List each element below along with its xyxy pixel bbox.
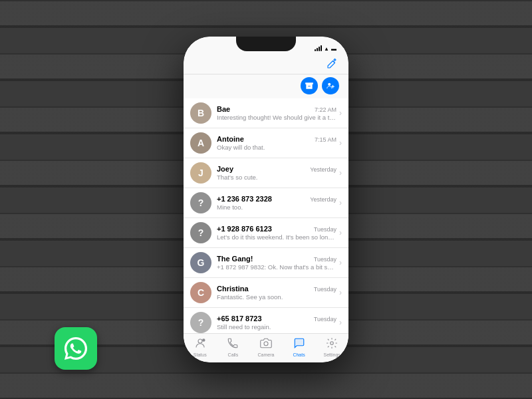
- chat-name: +1 928 876 6123: [217, 225, 272, 233]
- avatar: ?: [190, 192, 211, 213]
- wifi-icon: ▲: [324, 46, 329, 52]
- chat-name: Antoine: [217, 135, 244, 143]
- chat-top: Christina Tuesday: [217, 285, 336, 293]
- chat-time: 7:15 AM: [315, 136, 336, 143]
- compose-button[interactable]: [325, 57, 339, 71]
- whatsapp-app-icon[interactable]: [55, 327, 97, 370]
- calls-tab-icon: [227, 337, 239, 352]
- chat-content: Bae 7:22 AM Interesting thought! We shou…: [217, 105, 336, 121]
- chat-item[interactable]: ? +1 928 876 6123 Tuesday Let's do it th…: [184, 218, 348, 248]
- chevron-icon: ›: [339, 258, 342, 267]
- svg-point-1: [198, 339, 202, 343]
- chat-preview: That's so cute.: [217, 174, 336, 181]
- chat-content: Antoine 7:15 AM Okay will do that.: [217, 135, 336, 151]
- settings-tab-icon: [326, 337, 338, 352]
- tab-calls[interactable]: Calls: [217, 337, 250, 357]
- tab-chats[interactable]: Chats: [283, 337, 316, 357]
- chevron-icon: ›: [339, 138, 342, 148]
- archive-button[interactable]: [301, 77, 318, 94]
- chat-content: Christina Tuesday Fantastic. See ya soon…: [217, 285, 336, 301]
- avatar: ?: [190, 222, 211, 243]
- calls-tab-label: Calls: [228, 352, 239, 357]
- tab-status[interactable]: Status: [184, 337, 217, 357]
- chevron-icon: ›: [339, 288, 342, 297]
- chat-preview: Still need to regain.: [217, 323, 336, 331]
- chat-top: Joey Yesterday: [217, 165, 336, 173]
- chat-time: Yesterday: [310, 166, 336, 173]
- avatar: B: [190, 102, 211, 124]
- chat-time: Yesterday: [310, 196, 336, 203]
- chevron-icon: ›: [339, 228, 342, 237]
- chat-content: Joey Yesterday That's so cute.: [217, 165, 336, 181]
- chevron-icon: ›: [339, 168, 342, 178]
- new-group-button[interactable]: [322, 77, 339, 94]
- chat-preview: Let's do it this weekend. It's been so l…: [217, 233, 336, 241]
- status-tab-label: Status: [194, 352, 207, 357]
- chat-time: Tuesday: [314, 286, 336, 293]
- chat-preview: Mine too.: [217, 203, 336, 211]
- chat-name: Bae: [217, 105, 230, 113]
- avatar: C: [190, 282, 211, 303]
- chat-item[interactable]: B Bae 7:22 AM Interesting thought! We sh…: [184, 98, 348, 128]
- tab-bar: Status Calls Camera Chats Settings: [184, 333, 348, 362]
- screen: ▲ ▬: [184, 37, 348, 362]
- chat-time: Tuesday: [314, 226, 336, 233]
- chat-item[interactable]: C Christina Tuesday Fantastic. See ya so…: [184, 278, 348, 308]
- svg-point-0: [328, 83, 331, 86]
- svg-point-4: [331, 341, 334, 344]
- phone-shell: ▲ ▬: [184, 37, 348, 362]
- chat-name: Joey: [217, 165, 233, 173]
- battery-icon: ▬: [331, 46, 336, 52]
- chat-preview: +1 872 987 9832: Ok. Now that's a bit sh…: [217, 263, 336, 271]
- status-icons: ▲ ▬: [315, 46, 336, 52]
- chat-item[interactable]: ? +1 236 873 2328 Yesterday Mine too. ›: [184, 188, 348, 218]
- avatar: G: [190, 252, 211, 273]
- signal-icon: [315, 46, 322, 51]
- chat-time: Tuesday: [314, 316, 336, 323]
- chat-content: The Gang! Tuesday +1 872 987 9832: Ok. N…: [217, 255, 336, 271]
- nav-bar: [184, 55, 348, 74]
- avatar: J: [190, 162, 211, 184]
- settings-tab-label: Settings: [324, 352, 340, 357]
- chat-top: +65 817 8723 Tuesday: [217, 315, 336, 323]
- camera-tab-label: Camera: [258, 352, 275, 357]
- chat-top: Bae 7:22 AM: [217, 105, 336, 113]
- chats-tab-icon: [293, 337, 305, 352]
- chat-top: +1 928 876 6123 Tuesday: [217, 225, 336, 233]
- chat-content: +1 928 876 6123 Tuesday Let's do it this…: [217, 225, 336, 241]
- status-tab-icon: [194, 337, 206, 352]
- chats-header: [184, 74, 348, 98]
- tab-settings[interactable]: Settings: [315, 337, 348, 357]
- chat-name: Christina: [217, 285, 249, 293]
- notch: [236, 37, 296, 51]
- header-buttons: [301, 77, 339, 94]
- chats-tab-label: Chats: [293, 352, 305, 357]
- chat-content: +65 817 8723 Tuesday Still need to regai…: [217, 315, 336, 331]
- chat-content: +1 236 873 2328 Yesterday Mine too.: [217, 195, 336, 211]
- chat-item[interactable]: G The Gang! Tuesday +1 872 987 9832: Ok.…: [184, 248, 348, 278]
- chat-item[interactable]: A Antoine 7:15 AM Okay will do that. ›: [184, 128, 348, 158]
- chevron-icon: ›: [339, 318, 342, 327]
- chat-time: 7:22 AM: [315, 106, 336, 113]
- chat-name: The Gang!: [217, 255, 253, 263]
- chat-name: +1 236 873 2328: [217, 195, 272, 203]
- avatar: A: [190, 132, 211, 154]
- chat-list: B Bae 7:22 AM Interesting thought! We sh…: [184, 98, 348, 333]
- chat-top: Antoine 7:15 AM: [217, 135, 336, 143]
- avatar: ?: [190, 312, 211, 333]
- chat-name: +65 817 8723: [217, 315, 262, 323]
- chat-item[interactable]: J Joey Yesterday That's so cute. ›: [184, 158, 348, 188]
- chat-top: +1 236 873 2328 Yesterday: [217, 195, 336, 203]
- tab-camera[interactable]: Camera: [249, 337, 283, 357]
- camera-tab-icon: [260, 337, 272, 352]
- chevron-icon: ›: [339, 198, 342, 207]
- chat-time: Tuesday: [314, 256, 336, 263]
- chevron-icon: ›: [339, 108, 342, 118]
- chat-item[interactable]: ? +65 817 8723 Tuesday Still need to reg…: [184, 308, 348, 333]
- svg-point-3: [264, 341, 268, 345]
- chat-preview: Okay will do that.: [217, 144, 336, 151]
- chat-top: The Gang! Tuesday: [217, 255, 336, 263]
- chat-preview: Fantastic. See ya soon.: [217, 293, 336, 301]
- svg-point-2: [202, 338, 205, 342]
- chat-preview: Interesting thought! We should give it a…: [217, 114, 336, 121]
